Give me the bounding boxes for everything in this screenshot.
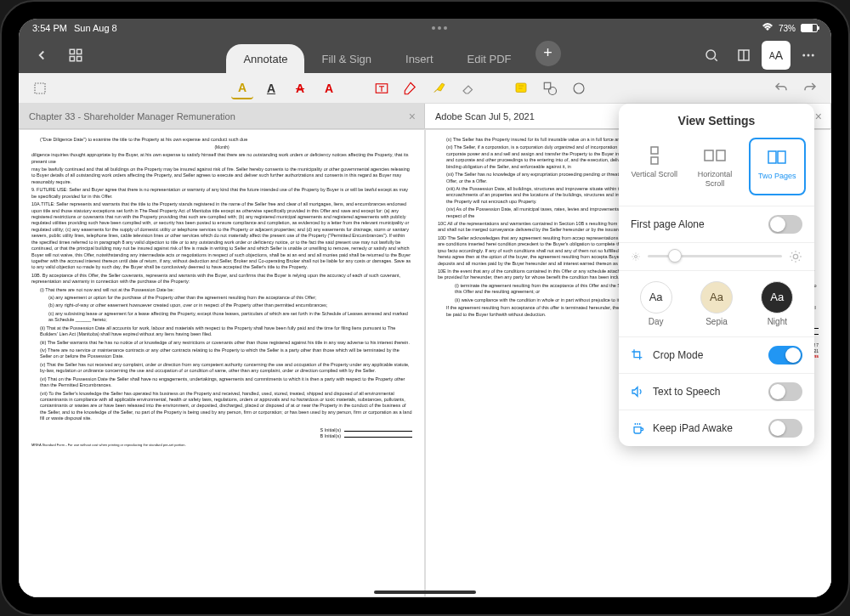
svg-rect-0: [70, 49, 74, 54]
tts-label: Text to Speech: [653, 386, 720, 398]
settings-title: View Settings: [619, 104, 814, 138]
theme-day[interactable]: Aa Day: [640, 281, 672, 326]
speaker-icon: [631, 385, 644, 398]
first-page-alone-label: First page Alone: [631, 218, 705, 230]
keep-awake-label: Keep iPad Awake: [653, 422, 733, 434]
highlighter-icon[interactable]: [428, 77, 450, 99]
shape-icon[interactable]: [539, 77, 561, 99]
text-size-button[interactable]: AA: [762, 41, 790, 70]
svg-point-20: [635, 255, 638, 257]
note-icon[interactable]: [510, 77, 532, 99]
svg-rect-15: [651, 157, 658, 164]
theme-night[interactable]: Aa Night: [761, 281, 793, 326]
more-icon[interactable]: [794, 41, 823, 70]
svg-rect-14: [651, 147, 658, 154]
svg-rect-8: [35, 83, 45, 93]
brightness-high-icon: [789, 250, 802, 263]
battery-percent: 73%: [779, 24, 796, 33]
search-icon[interactable]: [697, 41, 726, 70]
close-icon[interactable]: ×: [409, 110, 416, 123]
back-button[interactable]: [27, 41, 56, 70]
svg-point-5: [802, 54, 805, 57]
circle-icon[interactable]: [568, 77, 590, 99]
brightness-low-icon: [631, 251, 641, 262]
crop-icon: [631, 348, 644, 362]
svg-point-7: [812, 54, 814, 57]
svg-point-13: [574, 83, 584, 93]
multitasking-dots[interactable]: [432, 26, 447, 30]
bookmark-icon[interactable]: [729, 41, 758, 70]
annotate-toolbar: A A A A: [19, 73, 831, 104]
undo-icon[interactable]: [770, 77, 792, 99]
tab-editpdf[interactable]: Edit PDF: [450, 44, 529, 74]
theme-sepia[interactable]: Aa Sepia: [700, 281, 733, 326]
svg-rect-3: [77, 57, 82, 61]
crop-mode-toggle[interactable]: [768, 346, 802, 365]
svg-rect-2: [70, 57, 74, 61]
svg-point-12: [549, 87, 557, 94]
tts-toggle[interactable]: [768, 382, 802, 401]
svg-rect-17: [717, 150, 725, 161]
eraser-icon[interactable]: [457, 77, 479, 99]
selection-icon[interactable]: [29, 77, 51, 99]
status-time: 3:54 PM: [32, 23, 67, 33]
status-date: Sun Aug 8: [74, 23, 117, 33]
status-bar: 3:54 PM Sun Aug 8 73%: [19, 19, 831, 37]
coffee-icon: [631, 421, 644, 435]
app-bar: Annotate Fill & Sign Insert Edit PDF + A…: [19, 37, 831, 73]
redo-icon[interactable]: [799, 77, 821, 99]
svg-rect-1: [77, 49, 82, 54]
battery-icon: [801, 24, 818, 32]
highlight-text-icon[interactable]: A: [231, 77, 253, 99]
underline-text-icon[interactable]: A: [260, 77, 282, 99]
squiggly-text-icon[interactable]: A: [318, 77, 340, 99]
svg-rect-16: [705, 150, 713, 161]
svg-point-4: [706, 50, 716, 59]
vertical-scroll-option[interactable]: Vertical Scroll: [627, 138, 681, 195]
strikethrough-text-icon[interactable]: A: [289, 77, 311, 99]
page-left[interactable]: ("Due Diligence Date") to examine the ti…: [19, 129, 425, 597]
close-icon[interactable]: ×: [815, 110, 822, 123]
tab-fillsign[interactable]: Fill & Sign: [304, 44, 388, 74]
svg-point-6: [808, 54, 810, 57]
tab-insert[interactable]: Insert: [388, 44, 450, 74]
doc-tab-left[interactable]: Chapter 33 - Shareholder Manager Remuner…: [19, 104, 425, 128]
doc-tab-right-label: Adobe Scan Jul 5, 2021: [435, 111, 535, 122]
brightness-slider[interactable]: [648, 255, 782, 257]
horizontal-scroll-option[interactable]: Horizontal Scroll: [688, 138, 741, 195]
pen-icon[interactable]: [400, 77, 422, 99]
two-pages-option[interactable]: Two Pages: [749, 138, 806, 195]
svg-rect-18: [768, 151, 776, 163]
textbox-icon[interactable]: [371, 77, 393, 99]
wifi-icon: [762, 23, 774, 33]
home-indicator[interactable]: [374, 591, 476, 594]
crop-mode-label: Crop Mode: [653, 349, 703, 361]
svg-rect-19: [778, 151, 785, 163]
doc-tab-left-label: Chapter 33 - Shareholder Manager Remuner…: [29, 111, 235, 122]
first-page-alone-toggle[interactable]: [768, 215, 802, 234]
view-settings-panel: View Settings Vertical Scroll Horizontal…: [619, 104, 814, 446]
keep-awake-toggle[interactable]: [768, 419, 802, 438]
svg-rect-10: [516, 83, 526, 93]
svg-point-21: [793, 254, 797, 258]
add-tab-button[interactable]: +: [536, 41, 561, 66]
grid-icon[interactable]: [61, 41, 90, 70]
tab-annotate[interactable]: Annotate: [226, 44, 304, 74]
